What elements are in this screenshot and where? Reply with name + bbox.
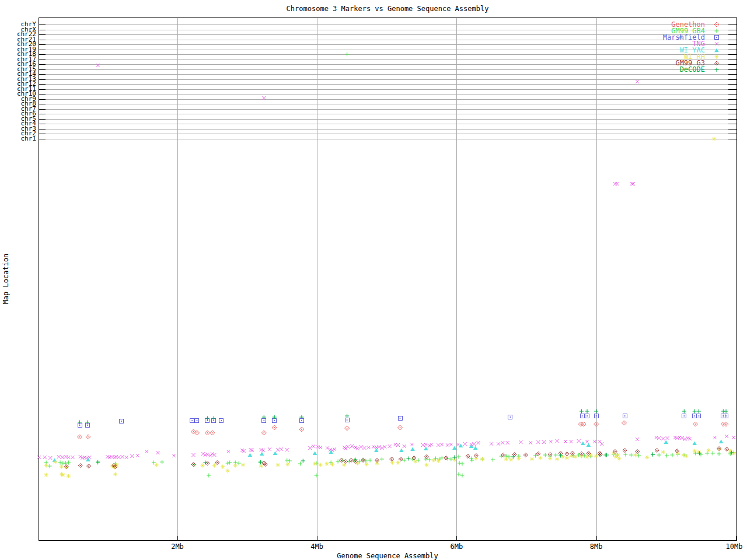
data-point-marker [718, 447, 722, 452]
data-point-marker [390, 461, 395, 465]
data-point-marker [312, 444, 315, 448]
data-point-marker [155, 463, 159, 467]
data-point-marker [400, 427, 401, 428]
data-point-marker [66, 466, 67, 467]
data-point-marker [623, 453, 627, 457]
data-point-marker [121, 455, 124, 459]
data-point-marker [58, 461, 62, 465]
data-point-marker [719, 440, 724, 444]
legend-label-decode: DeCODE [606, 66, 705, 73]
data-point-marker [241, 463, 245, 467]
data-point-marker [572, 453, 573, 454]
data-point-marker [121, 421, 122, 422]
data-point-marker [588, 453, 589, 454]
data-point-marker [426, 456, 427, 457]
data-point-marker [501, 441, 504, 444]
data-point-marker [242, 449, 246, 453]
data-point-marker [240, 449, 244, 452]
data-point-marker [376, 460, 378, 461]
chromosome-markers-chart: Chromosome 3 Markers vs Genome Sequence … [0, 0, 747, 560]
data-point-marker [693, 410, 697, 414]
data-point-marker [37, 456, 41, 459]
data-point-marker [319, 446, 322, 449]
data-point-marker [403, 444, 406, 448]
data-point-marker [565, 456, 569, 460]
data-point-marker [228, 461, 232, 465]
data-point-marker [406, 457, 410, 461]
data-point-marker [665, 454, 669, 458]
data-point-marker [657, 453, 661, 457]
data-point-marker [115, 466, 116, 467]
data-point-marker [205, 416, 210, 421]
data-point-marker [556, 439, 559, 443]
data-point-marker [280, 447, 283, 451]
data-point-marker [192, 453, 196, 457]
data-point-marker [452, 446, 457, 450]
data-point-marker [570, 440, 573, 443]
data-point-marker [594, 410, 598, 414]
data-point-marker [359, 445, 363, 449]
data-point-marker [509, 458, 513, 462]
data-point-marker [587, 443, 591, 447]
data-point-marker [380, 457, 384, 461]
data-point-marker [491, 458, 495, 462]
data-point-marker [497, 442, 500, 446]
data-point-marker [715, 55, 719, 59]
data-point-marker [413, 457, 414, 459]
data-point-marker [368, 459, 372, 463]
data-point-marker [78, 421, 82, 425]
data-point-marker [698, 415, 699, 416]
data-point-marker [207, 474, 211, 478]
data-point-marker [624, 450, 626, 451]
data-point-marker [221, 420, 222, 421]
data-point-marker [472, 442, 476, 446]
data-point-marker [301, 420, 302, 421]
data-point-marker [399, 449, 404, 453]
data-point-marker [470, 459, 474, 463]
data-point-marker [596, 424, 597, 425]
x-tick-label-2Mb: 2Mb [165, 543, 190, 550]
data-point-marker [636, 438, 639, 441]
data-point-marker [692, 442, 697, 446]
data-point-marker [362, 460, 364, 461]
data-point-marker [410, 443, 414, 446]
data-point-marker [440, 443, 444, 446]
data-point-marker [503, 454, 504, 456]
data-point-marker [664, 440, 668, 444]
data-point-marker [722, 415, 724, 416]
data-point-marker [582, 415, 583, 416]
data-point-marker [543, 453, 547, 457]
data-point-marker [549, 440, 553, 443]
data-point-marker [71, 456, 75, 459]
data-point-marker [193, 431, 194, 432]
data-point-marker [474, 457, 478, 461]
data-point-marker [716, 62, 717, 64]
data-point-marker [542, 440, 546, 444]
data-point-marker [288, 459, 292, 463]
data-point-marker [713, 436, 717, 439]
data-point-marker [431, 459, 435, 463]
data-point-marker [600, 454, 601, 455]
data-point-marker [587, 415, 588, 416]
data-point-marker [460, 474, 464, 478]
data-point-marker [145, 450, 148, 453]
data-point-marker [248, 453, 253, 457]
data-point-marker [617, 457, 622, 461]
data-point-marker [367, 446, 371, 449]
data-point-marker [57, 455, 61, 459]
data-point-marker [714, 48, 719, 52]
data-point-marker [130, 454, 134, 458]
data-point-marker [217, 462, 218, 463]
data-point-marker [726, 449, 727, 450]
data-point-marker [330, 463, 334, 467]
data-point-marker [351, 460, 352, 461]
data-point-marker [593, 440, 596, 443]
plot-border [39, 18, 737, 541]
data-point-marker [345, 461, 346, 462]
data-point-marker [684, 454, 688, 459]
data-point-marker [79, 425, 81, 426]
data-point-marker [506, 441, 509, 444]
data-point-marker [249, 448, 253, 452]
data-point-marker [193, 464, 194, 465]
data-point-marker [324, 462, 329, 466]
